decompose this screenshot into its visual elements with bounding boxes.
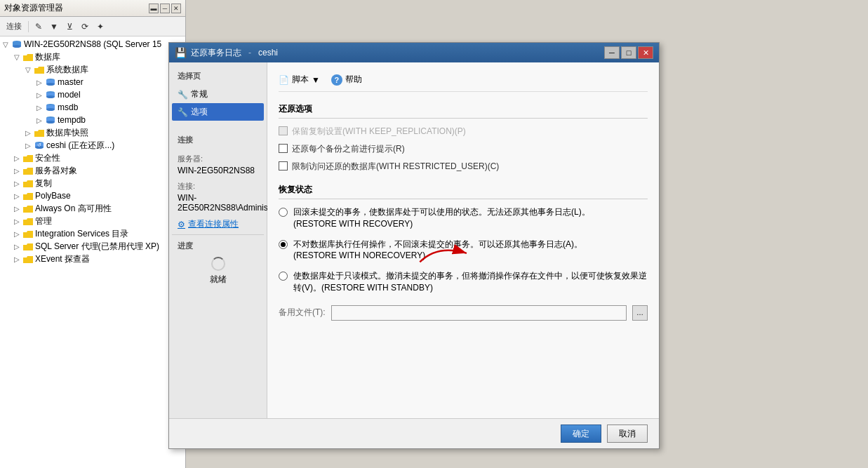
tree-item-server-objects[interactable]: ▷ 服务器对象 [0, 164, 185, 177]
databases-toggle[interactable]: ▽ [11, 51, 22, 62]
tree-item-snapshots[interactable]: ▷ 数据库快照 [0, 126, 185, 139]
with-standby-radio[interactable] [279, 272, 288, 281]
filter-button[interactable]: ▼ [47, 20, 61, 34]
standby-file-input[interactable] [331, 305, 627, 321]
title-sep: - [248, 48, 251, 58]
panel-titlebar: 对象资源管理器 ▬ ─ ✕ [0, 0, 185, 17]
standby-browse-button[interactable]: … [632, 305, 648, 321]
recovery-state-title: 恢复状态 [279, 184, 648, 199]
sql-agent-label: SQL Server 代理(已禁用代理 XP) [35, 241, 159, 253]
standby-label: 备用文件(T): [279, 307, 326, 319]
integration-services-label: Integration Services 目录 [35, 228, 128, 240]
tree-item-replication[interactable]: ▷ 复制 [0, 177, 185, 189]
tree-item-tempdb[interactable]: ▷ tempdb [0, 114, 185, 126]
user-conn-row: 连接: WIN-2EG50R2NS88\Administrat [178, 181, 258, 213]
options-nav-icon: 🔧 [178, 107, 188, 117]
tree-item-sql-agent[interactable]: ▷ SQL Server 代理(已禁用代理 XP) [0, 240, 185, 253]
radio-with-norecovery[interactable]: 不对数据库执行任何操作，不回滚未提交的事务。可以还原其他事务日志(A)。 (RE… [279, 239, 648, 262]
dialog-title-text: 还原事务日志 [191, 47, 241, 59]
pin-button[interactable]: ▬ [149, 4, 159, 13]
minimize-button[interactable]: ─ [160, 4, 170, 13]
server-toggle[interactable]: ▽ [0, 39, 11, 50]
prompt-before-each-row: 还原每个备份之前进行提示(R) [279, 143, 648, 155]
new-query-button[interactable]: ✎ [32, 20, 46, 34]
cancel-button[interactable]: 取消 [607, 424, 648, 443]
server-label: WIN-2EG50R2NS88 (SQL Server 15 [24, 39, 161, 49]
security-toggle[interactable]: ▷ [11, 152, 22, 163]
dialog-nav: 选择页 🔧 常规 🔧 选项 连接 服务器: WIN-2EG50R2NS88 [169, 62, 267, 418]
tree-item-integration-services[interactable]: ▷ Integration Services 目录 [0, 227, 185, 240]
progress-spinner [211, 257, 225, 271]
always-on-toggle[interactable]: ▷ [11, 203, 22, 214]
dialog-maximize-button[interactable]: □ [621, 46, 636, 59]
tree-item-management[interactable]: ▷ 管理 [0, 215, 185, 227]
restrict-access-row: 限制访问还原的数据库(WITH RESTRICTED_USER)(C) [279, 161, 648, 173]
server-objects-toggle[interactable]: ▷ [11, 165, 22, 176]
radio-with-recovery[interactable]: 回滚未提交的事务，使数据库处于可以使用的状态。无法还原其他事务日志(L)。 (R… [279, 206, 648, 230]
server-icon [11, 39, 22, 50]
server-conn-label: 服务器: [178, 154, 258, 164]
server-objects-label: 服务器对象 [35, 165, 77, 177]
script-button[interactable]: 📄 脚本 ▼ [279, 74, 320, 86]
refresh-button[interactable]: ⟳ [78, 20, 92, 34]
system-dbs-toggle[interactable]: ▽ [22, 64, 34, 75]
master-toggle[interactable]: ▷ [34, 76, 45, 88]
tree-item-databases[interactable]: ▽ 数据库 [0, 51, 185, 63]
prompt-before-each-checkbox[interactable] [279, 144, 288, 153]
close-button[interactable]: ✕ [171, 4, 181, 13]
tree-item-always-on[interactable]: ▷ Always On 高可用性 [0, 202, 185, 215]
server-conn-value: WIN-2EG50R2NS88 [178, 166, 258, 175]
ceshi-toggle[interactable]: ▷ [22, 140, 34, 151]
svg-point-5 [46, 83, 55, 86]
conn-link-icon: ⚙ [178, 220, 185, 229]
svg-point-14 [46, 121, 55, 123]
help-button[interactable]: ? 帮助 [331, 74, 362, 86]
always-on-label: Always On 高可用性 [35, 203, 112, 215]
tree-item-server[interactable]: ▽ WIN-2EG50R2NS88 (SQL Server 15 [0, 38, 185, 51]
script-dropdown-icon: ▼ [312, 75, 320, 85]
management-icon [22, 215, 34, 227]
tree-item-polybase[interactable]: ▷ PolyBase [0, 189, 185, 202]
tree-item-xevent[interactable]: ▷ XEvent 探查器 [0, 253, 185, 265]
nav-item-options[interactable]: 🔧 选项 [172, 103, 264, 121]
filter-settings-button[interactable]: ⊻ [62, 20, 76, 34]
with-norecovery-radio[interactable] [279, 240, 288, 249]
with-recovery-main-text: 回滚未提交的事务，使数据库处于可以使用的状态。无法还原其他事务日志(L)。 [293, 207, 590, 217]
restore-dialog: 💾 还原事务日志 - ceshi ─ □ ✕ 选择页 🔧 常规 🔧 选项 连 [168, 42, 660, 449]
connect-button[interactable]: 连接 [3, 20, 25, 34]
connection-info: 服务器: WIN-2EG50R2NS88 连接: WIN-2EG50R2NS88… [172, 149, 264, 234]
polybase-label: PolyBase [35, 191, 71, 201]
tree-item-master[interactable]: ▷ master [0, 76, 185, 88]
ok-button[interactable]: 确定 [561, 424, 601, 443]
restrict-access-checkbox[interactable] [279, 161, 288, 171]
tree-item-security[interactable]: ▷ 安全性 [0, 152, 185, 164]
tempdb-toggle[interactable]: ▷ [34, 114, 45, 126]
radio-with-standby[interactable]: 使数据库处于只读模式。撤消未提交的事务，但将撤消操作保存在文件中，以便可使恢复效… [279, 270, 648, 294]
model-icon [45, 89, 56, 100]
msdb-toggle[interactable]: ▷ [34, 102, 45, 113]
keep-replication-row: 保留复制设置(WITH KEEP_REPLICATION)(P) [279, 126, 648, 138]
management-toggle[interactable]: ▷ [11, 215, 22, 227]
dialog-minimize-button[interactable]: ─ [604, 46, 620, 59]
sql-agent-icon [22, 241, 34, 252]
with-recovery-radio[interactable] [279, 208, 288, 217]
with-recovery-sub-text: (RESTORE WITH RECOVERY) [293, 219, 413, 229]
xevent-toggle[interactable]: ▷ [11, 253, 22, 265]
dialog-close-button[interactable]: ✕ [638, 46, 653, 59]
replication-toggle[interactable]: ▷ [11, 178, 22, 189]
stop-button[interactable]: ✦ [93, 20, 107, 34]
tree-item-model[interactable]: ▷ model [0, 88, 185, 101]
tree-item-ceshi[interactable]: ▷ ↺ ceshi (正在还原...) [0, 139, 185, 152]
sql-agent-toggle[interactable]: ▷ [11, 241, 22, 252]
tree-item-system-dbs[interactable]: ▽ 系统数据库 [0, 63, 185, 76]
dialog-footer: 确定 取消 [169, 418, 659, 448]
help-icon: ? [331, 74, 342, 86]
view-conn-props-link[interactable]: ⚙ 查看连接属性 [178, 218, 258, 230]
snapshots-toggle[interactable]: ▷ [22, 127, 34, 138]
keep-replication-checkbox[interactable] [279, 126, 288, 135]
model-toggle[interactable]: ▷ [34, 89, 45, 100]
polybase-toggle[interactable]: ▷ [11, 190, 22, 201]
nav-item-general[interactable]: 🔧 常规 [172, 86, 264, 103]
tree-item-msdb[interactable]: ▷ msdb [0, 101, 185, 114]
integration-services-toggle[interactable]: ▷ [11, 228, 22, 239]
